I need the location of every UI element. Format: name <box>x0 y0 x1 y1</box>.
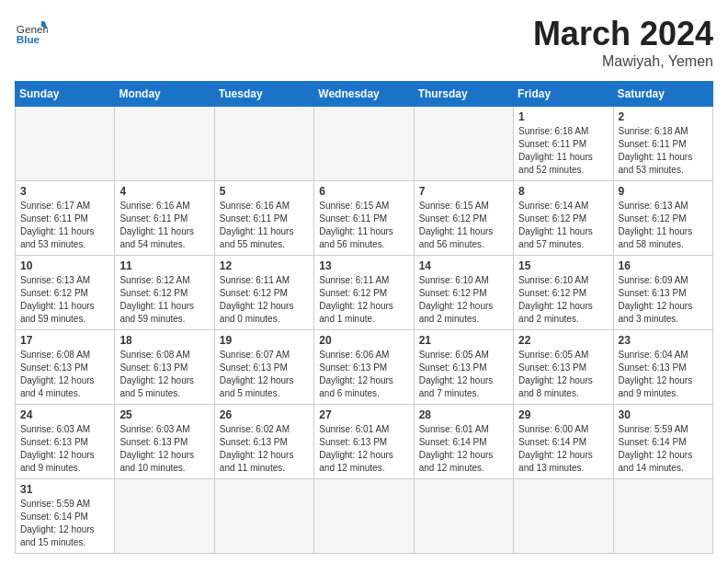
weekday-header-monday: Monday <box>115 82 214 107</box>
day-number: 20 <box>319 334 408 347</box>
day-number: 7 <box>419 185 508 198</box>
calendar-cell: 26Sunrise: 6:02 AM Sunset: 6:13 PM Dayli… <box>214 405 313 479</box>
calendar-cell: 23Sunrise: 6:04 AM Sunset: 6:13 PM Dayli… <box>613 330 712 405</box>
day-number: 15 <box>518 259 608 272</box>
calendar-cell: 17Sunrise: 6:08 AM Sunset: 6:13 PM Dayli… <box>16 330 115 405</box>
day-number: 30 <box>619 408 708 421</box>
day-info: Sunrise: 6:13 AM Sunset: 6:12 PM Dayligh… <box>20 274 109 326</box>
calendar-cell <box>214 479 313 554</box>
calendar-cell: 31Sunrise: 5:59 AM Sunset: 6:14 PM Dayli… <box>16 479 115 554</box>
day-info: Sunrise: 6:13 AM Sunset: 6:12 PM Dayligh… <box>619 200 708 251</box>
day-number: 11 <box>119 259 209 272</box>
day-info: Sunrise: 6:00 AM Sunset: 6:14 PM Dayligh… <box>518 423 608 475</box>
day-number: 3 <box>20 185 109 198</box>
calendar-cell <box>514 479 613 554</box>
calendar-cell <box>613 479 712 554</box>
calendar-cell: 13Sunrise: 6:11 AM Sunset: 6:12 PM Dayli… <box>314 256 414 330</box>
day-info: Sunrise: 6:01 AM Sunset: 6:13 PM Dayligh… <box>319 423 408 475</box>
day-info: Sunrise: 6:04 AM Sunset: 6:13 PM Dayligh… <box>619 349 708 400</box>
day-info: Sunrise: 6:10 AM Sunset: 6:12 PM Dayligh… <box>419 274 508 326</box>
calendar-cell <box>115 107 214 181</box>
day-info: Sunrise: 6:05 AM Sunset: 6:13 PM Dayligh… <box>518 349 608 400</box>
day-info: Sunrise: 6:16 AM Sunset: 6:11 PM Dayligh… <box>119 200 209 251</box>
day-info: Sunrise: 6:11 AM Sunset: 6:12 PM Dayligh… <box>319 274 408 326</box>
calendar-cell: 10Sunrise: 6:13 AM Sunset: 6:12 PM Dayli… <box>16 256 115 330</box>
calendar-cell <box>414 479 513 554</box>
day-info: Sunrise: 6:03 AM Sunset: 6:13 PM Dayligh… <box>119 423 209 475</box>
day-number: 8 <box>518 185 608 198</box>
day-number: 5 <box>220 185 309 198</box>
day-number: 4 <box>119 185 209 198</box>
svg-text:Blue: Blue <box>17 33 40 45</box>
weekday-header-friday: Friday <box>514 82 613 107</box>
calendar-cell: 5Sunrise: 6:16 AM Sunset: 6:11 PM Daylig… <box>214 181 313 256</box>
calendar-cell: 24Sunrise: 6:03 AM Sunset: 6:13 PM Dayli… <box>16 405 115 479</box>
calendar-cell <box>115 479 214 554</box>
day-number: 23 <box>619 334 708 347</box>
day-info: Sunrise: 6:07 AM Sunset: 6:13 PM Dayligh… <box>220 349 309 400</box>
day-info: Sunrise: 6:14 AM Sunset: 6:12 PM Dayligh… <box>518 200 608 251</box>
day-info: Sunrise: 6:12 AM Sunset: 6:12 PM Dayligh… <box>119 274 209 326</box>
day-info: Sunrise: 5:59 AM Sunset: 6:14 PM Dayligh… <box>20 498 109 549</box>
day-number: 9 <box>619 185 708 198</box>
calendar-cell <box>414 107 513 181</box>
day-number: 16 <box>619 259 708 272</box>
calendar-cell: 6Sunrise: 6:15 AM Sunset: 6:11 PM Daylig… <box>314 181 414 256</box>
weekday-header-wednesday: Wednesday <box>314 82 414 107</box>
day-number: 6 <box>319 185 408 198</box>
calendar-cell: 22Sunrise: 6:05 AM Sunset: 6:13 PM Dayli… <box>514 330 613 405</box>
calendar-cell <box>314 107 414 181</box>
calendar-table: SundayMondayTuesdayWednesdayThursdayFrid… <box>15 81 713 554</box>
day-info: Sunrise: 6:02 AM Sunset: 6:13 PM Dayligh… <box>220 423 309 475</box>
day-number: 28 <box>419 408 508 421</box>
day-number: 13 <box>319 259 408 272</box>
weekday-header-saturday: Saturday <box>613 82 712 107</box>
calendar-cell: 15Sunrise: 6:10 AM Sunset: 6:12 PM Dayli… <box>514 256 613 330</box>
logo-icon: General Blue <box>15 15 48 48</box>
day-info: Sunrise: 6:15 AM Sunset: 6:12 PM Dayligh… <box>419 200 508 251</box>
day-number: 12 <box>220 259 309 272</box>
calendar-cell <box>214 107 313 181</box>
day-number: 25 <box>119 408 209 421</box>
calendar-cell: 25Sunrise: 6:03 AM Sunset: 6:13 PM Dayli… <box>115 405 214 479</box>
day-number: 19 <box>220 334 309 347</box>
calendar-cell: 2Sunrise: 6:18 AM Sunset: 6:11 PM Daylig… <box>613 107 712 181</box>
calendar-cell: 7Sunrise: 6:15 AM Sunset: 6:12 PM Daylig… <box>414 181 513 256</box>
day-number: 26 <box>220 408 309 421</box>
day-number: 14 <box>419 259 508 272</box>
day-info: Sunrise: 6:11 AM Sunset: 6:12 PM Dayligh… <box>220 274 309 326</box>
calendar-cell: 21Sunrise: 6:05 AM Sunset: 6:13 PM Dayli… <box>414 330 513 405</box>
day-info: Sunrise: 6:15 AM Sunset: 6:11 PM Dayligh… <box>319 200 408 251</box>
day-number: 21 <box>419 334 508 347</box>
weekday-header-sunday: Sunday <box>16 82 115 107</box>
calendar-cell: 1Sunrise: 6:18 AM Sunset: 6:11 PM Daylig… <box>514 107 613 181</box>
calendar-cell: 4Sunrise: 6:16 AM Sunset: 6:11 PM Daylig… <box>115 181 214 256</box>
calendar-cell: 11Sunrise: 6:12 AM Sunset: 6:12 PM Dayli… <box>115 256 214 330</box>
day-number: 29 <box>518 408 608 421</box>
day-number: 18 <box>119 334 209 347</box>
calendar-cell: 19Sunrise: 6:07 AM Sunset: 6:13 PM Dayli… <box>214 330 313 405</box>
location-label: Mawiyah, Yemen <box>533 53 713 70</box>
day-number: 1 <box>518 110 608 123</box>
calendar-cell: 16Sunrise: 6:09 AM Sunset: 6:13 PM Dayli… <box>613 256 712 330</box>
day-number: 22 <box>518 334 608 347</box>
day-number: 24 <box>20 408 109 421</box>
day-info: Sunrise: 6:08 AM Sunset: 6:13 PM Dayligh… <box>119 349 209 400</box>
day-info: Sunrise: 6:17 AM Sunset: 6:11 PM Dayligh… <box>20 200 109 251</box>
day-info: Sunrise: 6:01 AM Sunset: 6:14 PM Dayligh… <box>419 423 508 475</box>
day-number: 27 <box>319 408 408 421</box>
day-number: 2 <box>619 110 708 123</box>
day-info: Sunrise: 6:18 AM Sunset: 6:11 PM Dayligh… <box>518 125 608 177</box>
calendar-cell: 20Sunrise: 6:06 AM Sunset: 6:13 PM Dayli… <box>314 330 414 405</box>
weekday-header-tuesday: Tuesday <box>214 82 313 107</box>
day-info: Sunrise: 5:59 AM Sunset: 6:14 PM Dayligh… <box>619 423 708 475</box>
day-info: Sunrise: 6:08 AM Sunset: 6:13 PM Dayligh… <box>20 349 109 400</box>
calendar-cell: 8Sunrise: 6:14 AM Sunset: 6:12 PM Daylig… <box>514 181 613 256</box>
day-info: Sunrise: 6:16 AM Sunset: 6:11 PM Dayligh… <box>220 200 309 251</box>
day-info: Sunrise: 6:03 AM Sunset: 6:13 PM Dayligh… <box>20 423 109 475</box>
day-info: Sunrise: 6:10 AM Sunset: 6:12 PM Dayligh… <box>518 274 608 326</box>
day-number: 31 <box>20 483 109 496</box>
calendar-cell: 18Sunrise: 6:08 AM Sunset: 6:13 PM Dayli… <box>115 330 214 405</box>
day-info: Sunrise: 6:09 AM Sunset: 6:13 PM Dayligh… <box>619 274 708 326</box>
calendar-cell: 30Sunrise: 5:59 AM Sunset: 6:14 PM Dayli… <box>613 405 712 479</box>
